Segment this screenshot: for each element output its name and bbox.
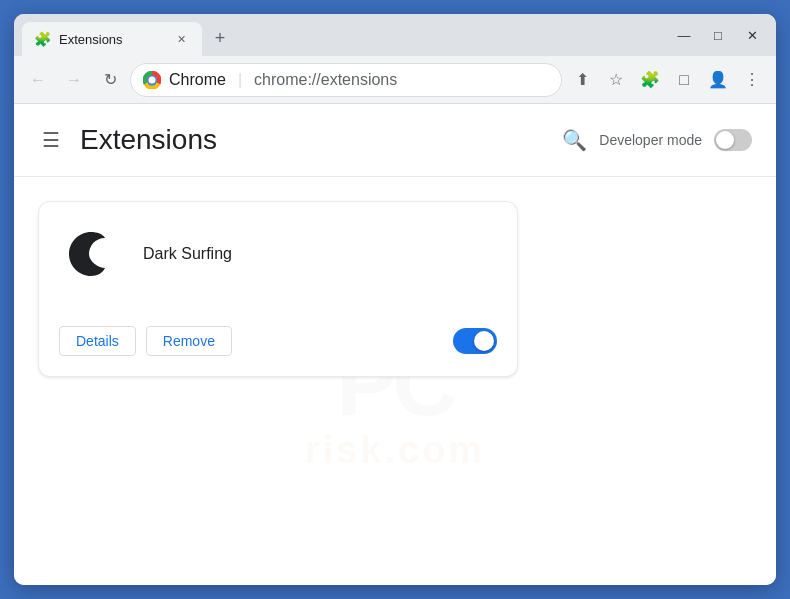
developer-mode-toggle[interactable] [714, 129, 752, 151]
minimize-button[interactable]: — [668, 22, 700, 48]
refresh-button[interactable]: ↻ [94, 64, 126, 96]
extension-bottom: Details Remove [59, 326, 497, 356]
tab-title: Extensions [59, 32, 164, 47]
chrome-logo [143, 71, 161, 89]
bookmark-button[interactable]: ☆ [600, 64, 632, 96]
svg-point-1 [149, 76, 156, 83]
extension-toggle[interactable] [453, 328, 497, 354]
hamburger-menu-icon[interactable]: ☰ [38, 124, 64, 156]
extension-top: Dark Surfing [59, 222, 497, 286]
tab-extension-icon: 🧩 [34, 31, 51, 47]
browser-window: 🧩 Extensions ✕ + — □ ✕ ← → ↻ [14, 14, 776, 585]
menu-button[interactable]: ⋮ [736, 64, 768, 96]
page-title: Extensions [80, 124, 546, 156]
extensions-button[interactable]: 🧩 [634, 64, 666, 96]
extension-icon [59, 222, 123, 286]
extension-toggle-thumb [474, 331, 494, 351]
tab-strip: 🧩 Extensions ✕ + [22, 14, 234, 56]
search-icon[interactable]: 🔍 [562, 128, 587, 152]
back-button[interactable]: ← [22, 64, 54, 96]
forward-button[interactable]: → [58, 64, 90, 96]
new-tab-button[interactable]: + [206, 24, 234, 52]
address-bar[interactable]: Chrome | chrome://extensions [130, 63, 562, 97]
extension-name: Dark Surfing [143, 245, 232, 263]
tab-close-button[interactable]: ✕ [172, 30, 190, 48]
extensions-area: Dark Surfing Details Remove [14, 177, 776, 401]
window-controls: — □ ✕ [668, 22, 768, 48]
sidebar-button[interactable]: □ [668, 64, 700, 96]
address-path: chrome://extensions [254, 71, 397, 89]
page-content: PC risk.com ☰ Extensions 🔍 Developer mod… [14, 104, 776, 585]
toolbar-right: ⬆ ☆ 🧩 □ 👤 ⋮ [566, 64, 768, 96]
header-right: 🔍 Developer mode [562, 128, 752, 152]
toggle-thumb [716, 131, 734, 149]
developer-mode-label: Developer mode [599, 132, 702, 148]
remove-button[interactable]: Remove [146, 326, 232, 356]
title-bar: 🧩 Extensions ✕ + — □ ✕ [14, 14, 776, 56]
maximize-button[interactable]: □ [702, 22, 734, 48]
profile-button[interactable]: 👤 [702, 64, 734, 96]
address-separator: | [238, 71, 242, 89]
share-button[interactable]: ⬆ [566, 64, 598, 96]
address-domain: Chrome [169, 71, 226, 89]
page-header: ☰ Extensions 🔍 Developer mode [14, 104, 776, 177]
details-button[interactable]: Details [59, 326, 136, 356]
extension-card: Dark Surfing Details Remove [38, 201, 518, 377]
close-button[interactable]: ✕ [736, 22, 768, 48]
active-tab[interactable]: 🧩 Extensions ✕ [22, 22, 202, 56]
toolbar: ← → ↻ Chrome | chrome://extensions ⬆ ☆ 🧩… [14, 56, 776, 104]
